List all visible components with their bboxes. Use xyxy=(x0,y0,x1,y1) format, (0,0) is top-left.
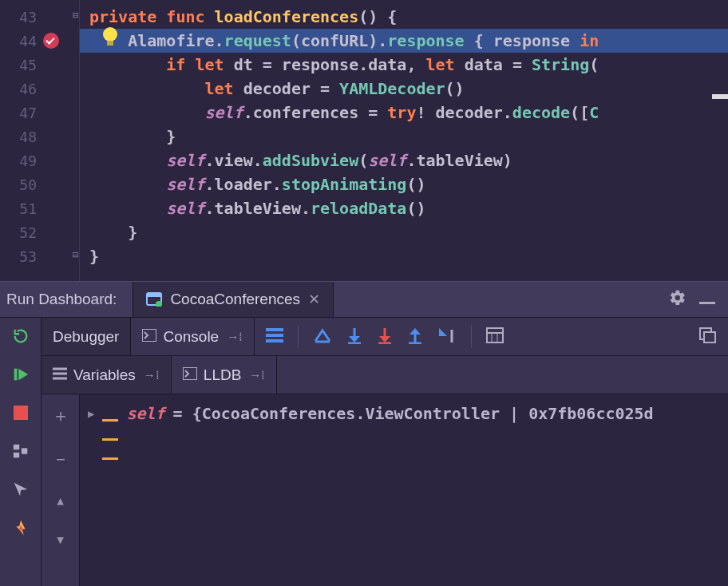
gutter-line[interactable]: 47 xyxy=(0,101,79,125)
svg-marker-23 xyxy=(410,328,421,335)
svg-rect-36 xyxy=(183,367,197,380)
code-line[interactable]: let decoder = YAMLDecoder() xyxy=(80,77,728,101)
svg-marker-5 xyxy=(18,369,28,381)
debugger-tab[interactable]: Debugger xyxy=(42,318,131,355)
gutter-line[interactable]: 51 xyxy=(0,196,79,220)
step-into-icon[interactable] xyxy=(346,327,362,347)
force-step-into-icon[interactable] xyxy=(377,327,393,347)
evaluate-expression-icon[interactable] xyxy=(486,327,504,346)
variables-tab[interactable]: Variables →⁞ xyxy=(42,356,172,394)
move-down-icon[interactable]: ▾ xyxy=(55,529,65,549)
console-icon xyxy=(142,328,156,346)
lldb-tab[interactable]: LLDB →⁞ xyxy=(172,356,278,394)
tool-window-header: Run Dashboard: CocoaConferences ✕ xyxy=(0,281,728,318)
expand-icon[interactable]: ▶ xyxy=(88,407,94,420)
svg-rect-32 xyxy=(704,332,715,342)
svg-marker-20 xyxy=(379,336,390,342)
code-line[interactable]: } xyxy=(80,220,728,244)
struct-icon xyxy=(102,408,118,419)
code-area[interactable]: private func loadConferences() { Alamofi… xyxy=(80,0,728,281)
svg-marker-10 xyxy=(14,483,27,497)
svg-rect-9 xyxy=(21,448,26,453)
svg-rect-6 xyxy=(14,406,28,420)
gutter-line[interactable]: 44 xyxy=(0,29,79,53)
gutter-line[interactable]: 48 xyxy=(0,125,79,148)
debug-tabs: Debugger Console →⁞ xyxy=(42,318,728,356)
code-line[interactable]: } xyxy=(80,244,728,268)
remove-watch-icon[interactable]: － xyxy=(52,447,69,471)
console-icon xyxy=(183,366,197,384)
console-tab[interactable]: Console →⁞ xyxy=(131,318,255,355)
fold-open-icon[interactable]: ⊟ xyxy=(73,10,85,22)
minimize-icon[interactable] xyxy=(693,291,722,308)
view-breakpoints-icon[interactable] xyxy=(10,441,31,461)
close-tab-icon[interactable]: ✕ xyxy=(308,291,320,308)
code-line[interactable]: self.view.addSubview(self.tableView) xyxy=(80,148,728,172)
code-line[interactable]: private func loadConferences() { xyxy=(80,5,728,29)
run-tab-cocoaconferences[interactable]: CocoaConferences ✕ xyxy=(133,282,334,317)
resume-icon[interactable] xyxy=(10,364,31,385)
step-over-icon[interactable] xyxy=(313,327,332,346)
code-line[interactable]: self.conferences = try! decoder.decode([… xyxy=(80,101,728,125)
svg-rect-8 xyxy=(13,453,18,457)
debug-left-rail xyxy=(0,318,42,586)
rerun-icon[interactable] xyxy=(10,326,31,346)
variables-tree[interactable]: ▶ self = {CocoaConferences.ViewControlle… xyxy=(80,394,728,586)
variable-row-self[interactable]: ▶ self = {CocoaConferences.ViewControlle… xyxy=(88,404,720,423)
step-out-icon[interactable] xyxy=(407,327,423,347)
var-name: self xyxy=(126,404,164,423)
restore-layout-icon[interactable] xyxy=(699,327,717,346)
code-editor[interactable]: 43⊟44454647484950515253⊟ private func lo… xyxy=(0,0,728,281)
show-frames-icon[interactable] xyxy=(266,328,283,346)
svg-rect-4 xyxy=(14,369,17,381)
gutter: 43⊟44454647484950515253⊟ xyxy=(0,0,80,281)
stop-icon[interactable] xyxy=(10,402,31,423)
gutter-line[interactable]: 50 xyxy=(0,172,79,196)
list-icon xyxy=(53,366,67,384)
minimap-highlight xyxy=(712,94,728,99)
code-line[interactable]: Alamofire.request(confURL).response { re… xyxy=(80,29,728,53)
add-watch-icon[interactable]: ＋ xyxy=(52,404,69,428)
breakpoint-icon[interactable] xyxy=(43,33,59,49)
gutter-line[interactable]: 49 xyxy=(0,148,79,172)
gutter-line[interactable]: 52 xyxy=(0,220,79,244)
svg-rect-7 xyxy=(13,445,18,449)
svg-rect-14 xyxy=(266,339,283,342)
variables-side-controls: ＋ － ▴ ▾ xyxy=(42,394,80,586)
svg-rect-3 xyxy=(699,302,715,304)
svg-rect-11 xyxy=(142,329,156,342)
svg-marker-25 xyxy=(439,328,447,336)
pin-arrow-icon: →⁞ xyxy=(144,368,160,382)
fold-close-icon[interactable]: ⊟ xyxy=(73,249,85,262)
gutter-line[interactable]: 46 xyxy=(0,77,79,101)
pin-arrow-icon: →⁞ xyxy=(227,330,243,344)
code-line[interactable]: self.tableView.reloadData() xyxy=(80,196,728,220)
code-line[interactable]: } xyxy=(80,125,728,148)
move-up-icon[interactable]: ▴ xyxy=(55,490,65,510)
run-to-cursor-icon[interactable] xyxy=(437,327,457,347)
svg-rect-12 xyxy=(266,328,283,331)
intention-bulb-icon[interactable] xyxy=(101,27,119,48)
gutter-line[interactable]: 45 xyxy=(0,53,79,77)
gutter-line[interactable]: 43⊟ xyxy=(0,5,79,29)
navigate-icon[interactable] xyxy=(10,479,31,500)
svg-rect-27 xyxy=(487,328,503,342)
pin-arrow-icon: →⁞ xyxy=(249,368,265,382)
svg-rect-13 xyxy=(266,334,283,337)
flame-icon[interactable] xyxy=(10,517,31,538)
gutter-line[interactable]: 53⊟ xyxy=(0,244,79,268)
svg-rect-1 xyxy=(147,293,161,297)
code-line[interactable]: self.loader.stopAnimating() xyxy=(80,172,728,196)
svg-marker-17 xyxy=(349,336,360,342)
app-window-icon xyxy=(146,292,162,307)
variables-tabbar: Variables →⁞ LLDB →⁞ xyxy=(42,356,728,394)
run-tab-label: CocoaConferences xyxy=(170,291,300,308)
tool-window-title: Run Dashboard: xyxy=(6,291,133,308)
gear-icon[interactable] xyxy=(663,289,693,310)
var-value: = {CocoaConferences.ViewController | 0x7… xyxy=(173,404,654,423)
code-line[interactable]: if let dt = response.data, let data = St… xyxy=(80,53,728,77)
